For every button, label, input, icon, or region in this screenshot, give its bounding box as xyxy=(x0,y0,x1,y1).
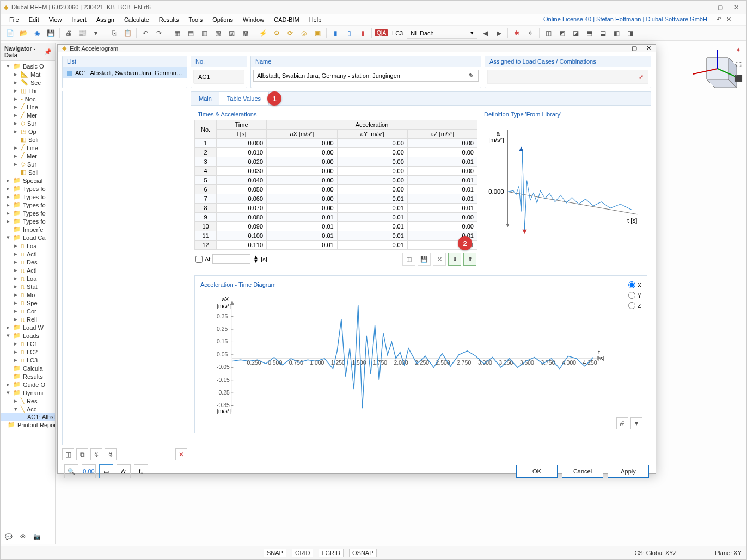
menu-assign[interactable]: Assign xyxy=(92,15,119,24)
tree-item[interactable]: 📁Results xyxy=(1,372,55,380)
panel4-icon[interactable]: ▧ xyxy=(212,27,224,39)
tree-item[interactable]: ▸⎍LC3 xyxy=(1,356,55,364)
wand-icon[interactable]: ✧ xyxy=(524,27,536,39)
minimize-icon[interactable]: — xyxy=(697,4,712,10)
tree-item[interactable]: ▸⎍Cor xyxy=(1,307,55,315)
close-icon[interactable]: ✕ xyxy=(729,4,743,11)
menu-calculate[interactable]: Calculate xyxy=(120,15,154,24)
menu-insert[interactable]: Insert xyxy=(67,15,91,24)
tree-item[interactable]: ▸⎍Acti xyxy=(1,266,55,274)
radio-x[interactable]: X xyxy=(628,281,641,288)
menu-view[interactable]: View xyxy=(45,15,66,24)
tree-toggle-icon[interactable]: ▸ xyxy=(5,201,11,208)
calc2-icon[interactable]: ⚙ xyxy=(271,27,283,39)
v4-icon[interactable]: ⬒ xyxy=(583,27,595,39)
tree-toggle-icon[interactable]: ▸ xyxy=(5,193,11,200)
new-icon[interactable]: 📄 xyxy=(4,27,16,39)
tree-item[interactable]: ▸◫Thi xyxy=(1,87,55,95)
tab-main[interactable]: Main xyxy=(191,92,219,105)
table-row[interactable]: 130.1200.010.01-0.01 xyxy=(195,250,477,251)
panel5-icon[interactable]: ▨ xyxy=(225,27,237,39)
apply-button[interactable]: Apply xyxy=(608,465,649,478)
table-row[interactable]: 20.0100.000.000.00 xyxy=(195,148,477,157)
menu-results[interactable]: Results xyxy=(155,15,183,24)
delete-item-icon[interactable]: ✕ xyxy=(175,448,187,460)
rtool-1-icon[interactable]: ✦ xyxy=(732,44,744,56)
table-row[interactable]: 40.0300.000.000.00 xyxy=(195,167,477,176)
list-body[interactable] xyxy=(62,91,187,445)
tbl-delete-icon[interactable]: ✕ xyxy=(433,253,446,266)
tree-item[interactable]: ▸╱Line xyxy=(1,144,55,152)
redo-icon[interactable]: ↷ xyxy=(153,27,165,39)
tree-item[interactable]: ▸📁Types fo xyxy=(1,184,55,193)
tree-item[interactable]: ▸⎍Spe xyxy=(1,299,55,307)
printout-icon[interactable]: 📰 xyxy=(76,27,88,39)
list-item[interactable]: AC1 Albstadt, Swabian Jura, Germany - st… xyxy=(63,67,187,78)
tree-item[interactable]: ▾╲Acc xyxy=(1,405,55,413)
misc2-icon[interactable]: ↯ xyxy=(105,448,117,460)
circle-icon[interactable]: ◉ xyxy=(31,27,43,39)
panel6-icon[interactable]: ▩ xyxy=(239,27,251,39)
tree-item[interactable]: ▸⎍Loa xyxy=(1,274,55,282)
tree-item[interactable]: ▸⎍Des xyxy=(1,258,55,266)
table-row[interactable]: 100.0900.010.010.00 xyxy=(195,222,477,231)
tree-toggle-icon[interactable]: ▸ xyxy=(13,348,19,355)
tree-item[interactable]: ▸⎍Acti xyxy=(1,250,55,258)
tree-toggle-icon[interactable]: ▸ xyxy=(13,71,19,78)
tree-toggle-icon[interactable]: ▸ xyxy=(5,185,11,192)
tree-item[interactable]: ▸╱Line xyxy=(1,103,55,111)
table-row[interactable]: 70.0600.000.010.01 xyxy=(195,194,477,204)
print-icon[interactable]: 🖨 xyxy=(63,27,75,39)
tree-item[interactable]: ▸⎍Mo xyxy=(1,291,55,299)
tree-item[interactable]: ▾📁Basic O xyxy=(1,62,55,70)
foot-font-icon[interactable]: Aⁱ xyxy=(117,464,131,478)
tree-item[interactable]: ▸◳Op xyxy=(1,127,55,136)
snap-lgrid[interactable]: LGRID xyxy=(319,549,344,557)
open-icon[interactable]: 📂 xyxy=(17,27,29,39)
bar3-icon[interactable]: ▮ xyxy=(357,27,369,39)
v2-icon[interactable]: ◩ xyxy=(556,27,568,39)
tree-item[interactable]: ▸📁Special xyxy=(1,176,55,184)
select-assigned-icon[interactable]: ⤢ xyxy=(635,71,647,83)
calc4-icon[interactable]: ◎ xyxy=(298,27,310,39)
v1-icon[interactable]: ◫ xyxy=(542,27,554,39)
tree-toggle-icon[interactable]: ▸ xyxy=(5,381,11,388)
misc1-icon[interactable]: ↯ xyxy=(90,448,102,460)
pin-icon[interactable]: 📌 xyxy=(44,48,52,56)
tree-toggle-icon[interactable]: ▸ xyxy=(13,103,19,110)
tbl-export-icon[interactable]: ⬆ xyxy=(463,253,476,266)
foot-units-icon[interactable]: 0.00 xyxy=(82,464,96,478)
panel3-icon[interactable]: ▥ xyxy=(198,27,210,39)
chart-print-icon[interactable]: 🖨 xyxy=(616,417,628,429)
new-item-icon[interactable]: ◫ xyxy=(62,448,74,460)
copy-icon[interactable]: ⎘ xyxy=(108,27,120,39)
msg-icon[interactable]: 💬 xyxy=(4,532,14,541)
foot-help-icon[interactable]: 🔍 xyxy=(64,464,78,478)
tree-item[interactable]: ◧Soli xyxy=(1,168,55,176)
tree-toggle-icon[interactable]: ▸ xyxy=(13,242,19,249)
tree-item[interactable]: ▾📁Load Ca xyxy=(1,233,55,242)
load-combo-dropdown[interactable]: NL Dach ▾ xyxy=(407,28,477,39)
menu-options[interactable]: Options xyxy=(208,15,237,24)
v7-icon[interactable]: ◨ xyxy=(624,27,636,39)
cam-icon[interactable]: 📷 xyxy=(32,532,42,541)
dt-input[interactable] xyxy=(212,254,250,264)
name-input[interactable] xyxy=(253,70,464,82)
ok-button[interactable]: OK xyxy=(516,465,558,478)
tree-toggle-icon[interactable]: ▸ xyxy=(13,120,19,127)
dialog-close-icon[interactable]: ✕ xyxy=(646,45,651,51)
tree-toggle-icon[interactable]: ▸ xyxy=(13,356,19,364)
tree-item[interactable]: ▾📁Loads xyxy=(1,331,55,340)
undo-icon[interactable]: ↶ xyxy=(139,27,151,39)
tree-item[interactable]: ▸◇Sur xyxy=(1,160,55,168)
tree-toggle-icon[interactable]: ▸ xyxy=(13,161,19,168)
tree-item[interactable]: ▸📁Guide O xyxy=(1,380,55,389)
v6-icon[interactable]: ◧ xyxy=(610,27,622,39)
tree-item[interactable]: ▸📁Types fo xyxy=(1,209,55,217)
tree-item[interactable]: ▸⎍Reli xyxy=(1,315,55,323)
bar1-icon[interactable]: ▮ xyxy=(329,27,341,39)
tree-item[interactable]: ▾📁Dynami xyxy=(1,389,55,397)
tree-toggle-icon[interactable]: ▸ xyxy=(13,307,19,315)
table-row[interactable]: 110.1000.010.010.01 xyxy=(195,231,477,241)
v3-icon[interactable]: ◪ xyxy=(570,27,581,39)
